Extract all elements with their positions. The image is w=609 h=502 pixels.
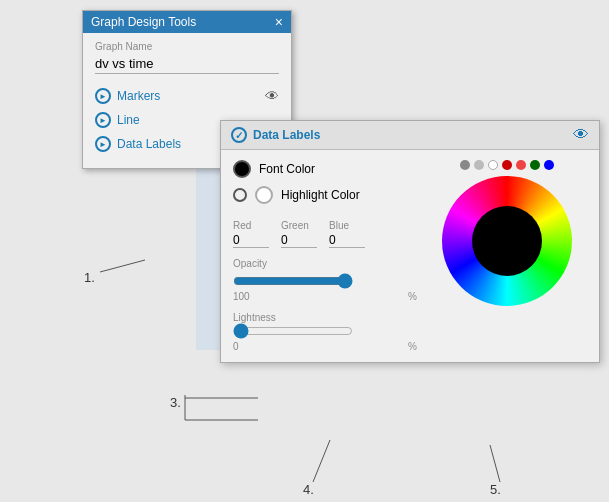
blue-label: Blue <box>329 220 349 231</box>
svg-line-0 <box>100 260 145 272</box>
svg-line-6 <box>313 440 330 482</box>
markers-label: Markers <box>117 89 160 103</box>
markers-chevron: ► <box>95 88 111 104</box>
lightness-label-row: 0 % <box>233 341 417 352</box>
color-dot-darkred[interactable] <box>502 160 512 170</box>
rgb-row: Red Green Blue <box>233 220 417 248</box>
color-wheel-inner <box>472 206 542 276</box>
callout-3: 3. <box>170 395 181 410</box>
green-field: Green <box>281 220 321 248</box>
markers-eye-icon[interactable]: 👁 <box>265 88 279 104</box>
opacity-label: Opacity <box>233 258 417 269</box>
red-label: Red <box>233 220 251 231</box>
dlp-title-left: Data Labels <box>231 127 320 143</box>
line-label: Line <box>117 113 140 127</box>
font-color-option[interactable]: Font Color <box>233 160 417 178</box>
callout-5: 5. <box>490 482 501 497</box>
red-field: Red <box>233 220 273 248</box>
data-labels-panel: Data Labels 👁 Font Color Highlight Color… <box>220 120 600 363</box>
graph-name-label: Graph Name <box>95 41 279 52</box>
color-dot-red[interactable] <box>516 160 526 170</box>
blue-field: Blue <box>329 220 369 248</box>
lightness-section: Lightness 0 % <box>233 312 417 352</box>
markers-row: ► Markers 👁 <box>95 84 279 108</box>
rgb-section: Red Green Blue <box>233 212 417 248</box>
lightness-label: Lightness <box>233 312 276 323</box>
gdt-title: Graph Design Tools <box>91 15 196 29</box>
font-color-label: Font Color <box>259 162 315 176</box>
dlp-left-column: Font Color Highlight Color Red Green <box>233 160 417 352</box>
dlp-title-text: Data Labels <box>253 128 320 142</box>
green-label: Green <box>281 220 309 231</box>
line-chevron: ► <box>95 112 111 128</box>
opacity-value: 100 <box>233 291 250 302</box>
callout-1: 1. <box>84 270 95 285</box>
highlight-color-label: Highlight Color <box>281 188 360 202</box>
callout-4: 4. <box>303 482 314 497</box>
green-input[interactable] <box>281 233 317 248</box>
opacity-section: Opacity 100 % <box>233 258 417 302</box>
dlp-eye-icon[interactable]: 👁 <box>573 126 589 144</box>
color-dot-blue[interactable] <box>544 160 554 170</box>
lightness-value: 0 <box>233 341 239 352</box>
highlight-color-option[interactable]: Highlight Color <box>233 186 417 204</box>
dlp-titlebar: Data Labels 👁 <box>221 121 599 150</box>
red-input[interactable] <box>233 233 269 248</box>
color-dots-row <box>460 160 554 170</box>
color-dot-gray[interactable] <box>460 160 470 170</box>
lightness-pct: % <box>408 341 417 352</box>
dlp-check-icon <box>231 127 247 143</box>
data-labels-label: Data Labels <box>117 137 181 151</box>
graph-name-input[interactable] <box>95 54 279 74</box>
lightness-slider[interactable] <box>233 323 353 339</box>
color-wheel-container <box>427 160 587 352</box>
opacity-slider[interactable] <box>233 273 353 289</box>
blue-input[interactable] <box>329 233 365 248</box>
color-dot-green[interactable] <box>530 160 540 170</box>
gdt-close-button[interactable]: × <box>275 15 283 29</box>
sidebar-item-markers[interactable]: ► Markers <box>95 84 160 108</box>
font-color-swatch <box>233 160 251 178</box>
color-wheel[interactable] <box>442 176 572 306</box>
highlight-color-radio[interactable] <box>233 188 247 202</box>
color-dot-white[interactable] <box>488 160 498 170</box>
opacity-label-row: 100 % <box>233 291 417 302</box>
data-labels-chevron: ► <box>95 136 111 152</box>
color-dot-lightgray[interactable] <box>474 160 484 170</box>
dlp-body: Font Color Highlight Color Red Green <box>221 150 599 362</box>
highlight-color-swatch <box>255 186 273 204</box>
opacity-pct: % <box>408 291 417 302</box>
gdt-titlebar: Graph Design Tools × <box>83 11 291 33</box>
svg-line-7 <box>490 445 500 482</box>
